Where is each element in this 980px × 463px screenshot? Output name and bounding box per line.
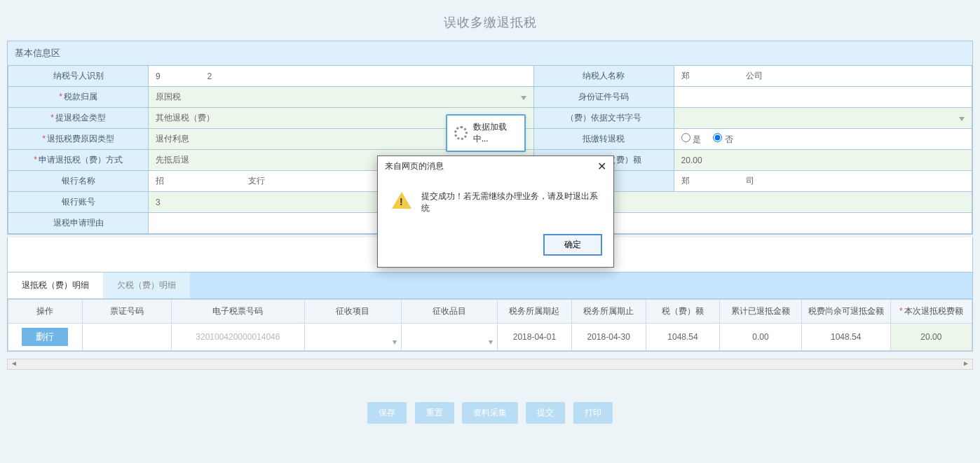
tab-refund-detail[interactable]: 退抵税（费）明细	[8, 272, 103, 298]
label-bank-account: 银行账号	[8, 192, 149, 213]
label-transfer-flag: 抵缴转退税	[533, 129, 674, 150]
warning-icon	[392, 192, 411, 209]
value-apply-amount[interactable]: 20.00	[674, 150, 972, 171]
cell-op: 删行	[8, 324, 83, 351]
cell-proj[interactable]	[305, 324, 402, 351]
label-tax-attr: *税款归属	[8, 87, 149, 108]
cell-refunded: 0.00	[720, 324, 801, 351]
th-refunded: 累计已退抵金额	[720, 300, 801, 324]
tab-owed-detail[interactable]: 欠税（费）明细	[103, 272, 190, 298]
modal-ok-button[interactable]: 确定	[543, 234, 602, 256]
th-eticket: 电子税票号码	[171, 300, 304, 324]
modal-message: 提交成功！若无需继续办理业务，请及时退出系统	[421, 191, 599, 214]
label-refund-type: *提退税金类型	[8, 108, 149, 129]
footer-toolbar: 保存 重置 资料采集 提交 打印	[0, 402, 980, 424]
value-id-number	[674, 87, 972, 108]
close-icon[interactable]: ✕	[597, 161, 606, 172]
cell-eticket: 320100420000014046	[171, 324, 304, 351]
value-taxpayer-name: 郑 公司	[674, 66, 972, 87]
horizontal-scrollbar[interactable]	[7, 359, 973, 370]
cell-pend: 2018-04-30	[571, 324, 646, 351]
confirm-modal: 来自网页的消息 ✕ 提交成功！若无需继续办理业务，请及时退出系统 确定	[377, 156, 614, 268]
label-apply-method: *申请退抵税（费）方式	[8, 150, 149, 171]
select-doc-no[interactable]	[674, 108, 972, 129]
select-tax-attr[interactable]: 原国税	[149, 87, 534, 108]
modal-title-text: 来自网页的消息	[385, 160, 444, 172]
th-op: 操作	[8, 300, 83, 324]
th-pstart: 税务所属期起	[498, 300, 572, 324]
radio-transfer-flag[interactable]: 是 否	[674, 129, 972, 150]
spinner-icon	[454, 126, 468, 140]
tabs: 退抵税（费）明细 欠税（费）明细	[7, 272, 973, 299]
cell-this[interactable]: 20.00	[890, 324, 972, 351]
th-remain: 税费尚余可退抵金额	[801, 300, 890, 324]
th-item: 征收品目	[401, 300, 498, 324]
collect-button[interactable]: 资料采集	[462, 402, 518, 424]
th-this: *本次退抵税费额	[890, 300, 972, 324]
save-button[interactable]: 保存	[367, 402, 407, 424]
print-button[interactable]: 打印	[573, 402, 613, 424]
radio-no[interactable]	[713, 133, 722, 142]
value-account-name: 郑 司	[674, 171, 972, 192]
cell-pstart: 2018-04-01	[498, 324, 572, 351]
cell-item[interactable]	[401, 324, 498, 351]
radio-yes[interactable]	[681, 133, 690, 142]
reset-button[interactable]: 重置	[415, 402, 454, 424]
table-row: 删行 320100420000014046 2018-04-01 2018-04…	[8, 324, 972, 351]
label-id-number: 身份证件号码	[533, 87, 674, 108]
loading-text: 数据加载中...	[473, 121, 517, 145]
section-header: 基本信息区	[8, 41, 972, 65]
label-bank-name: 银行名称	[8, 171, 149, 192]
loading-toast: 数据加载中...	[446, 114, 526, 152]
cell-amount: 1048.54	[646, 324, 720, 351]
submit-button[interactable]: 提交	[526, 402, 565, 424]
label-taxpayer-name: 纳税人名称	[533, 66, 674, 87]
th-pend: 税务所属期止	[571, 300, 646, 324]
label-taxpayer-id: 纳税号人识别	[8, 66, 149, 87]
page-title: 误收多缴退抵税	[0, 0, 980, 41]
delete-row-button[interactable]: 删行	[22, 328, 68, 346]
th-amount: 税（费）额	[646, 300, 720, 324]
label-doc-no: （费）依据文书字号	[533, 108, 674, 129]
cell-remain: 1048.54	[801, 324, 890, 351]
th-cert: 票证号码	[82, 300, 171, 324]
label-reason: 退税申请理由	[8, 213, 149, 234]
value-taxpayer-id: 9 2	[149, 66, 534, 87]
detail-grid: 操作 票证号码 电子税票号码 征收项目 征收品目 税务所属期起 税务所属期止 税…	[8, 299, 972, 351]
cell-cert	[82, 324, 171, 351]
grid-wrap: 操作 票证号码 电子税票号码 征收项目 征收品目 税务所属期起 税务所属期止 税…	[7, 299, 973, 352]
th-proj: 征收项目	[305, 300, 402, 324]
label-reason-type: *退抵税费原因类型	[8, 129, 149, 150]
